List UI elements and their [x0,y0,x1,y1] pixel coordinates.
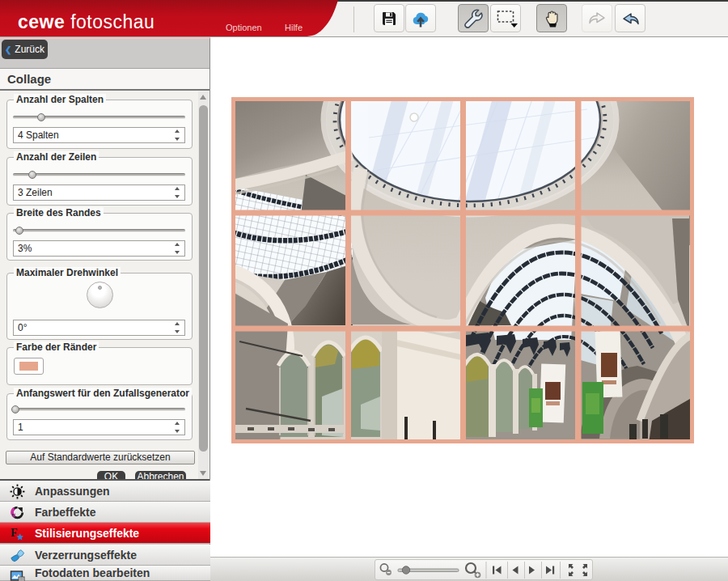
svg-text:F: F [11,527,18,539]
